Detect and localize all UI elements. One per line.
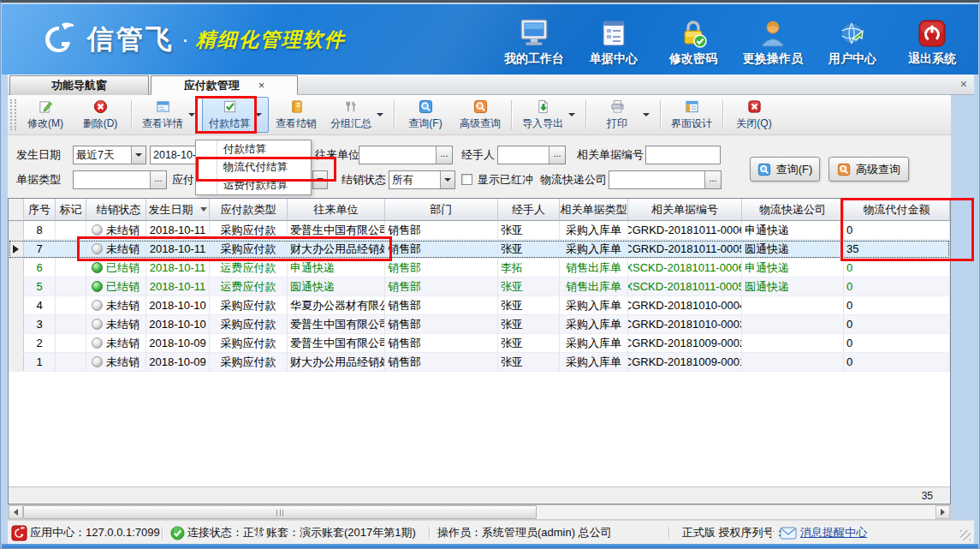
show-red-label: 显示已红冲 bbox=[478, 170, 533, 189]
lookup-ellipsis-button[interactable]: ... bbox=[549, 146, 565, 164]
column-header[interactable]: 相关单据编号 bbox=[628, 199, 742, 221]
column-header[interactable]: 应付款类型 bbox=[210, 199, 288, 221]
settle-status-select[interactable]: 所有 bbox=[389, 170, 455, 189]
row-selector-cell[interactable] bbox=[9, 296, 24, 314]
panel-close-icon[interactable]: × bbox=[960, 77, 967, 91]
scrollbar-thumb[interactable] bbox=[23, 505, 537, 519]
current-row-arrow-icon bbox=[13, 245, 19, 254]
chevron-down-icon[interactable] bbox=[131, 146, 146, 164]
table-row[interactable]: 3 未结销 2018-10-10 采购应付款 爱普生中国有限公司 销售部 张亚 … bbox=[9, 315, 950, 334]
toolbar-print-button[interactable]: 打印 bbox=[591, 97, 656, 133]
license-status: 正式版 授权序列号： bbox=[682, 521, 786, 545]
column-header-sorted[interactable]: 发生日期 bbox=[146, 199, 210, 221]
lookup-ellipsis-button[interactable]: ... bbox=[704, 171, 721, 188]
column-header[interactable]: 部门 bbox=[385, 199, 498, 221]
toolbar-group-summary-button[interactable]: 分组汇总 bbox=[324, 97, 389, 133]
tab-close-icon[interactable]: × bbox=[258, 79, 265, 92]
toolbar-delete-button[interactable]: 删除(D) bbox=[74, 97, 127, 133]
account-set-status: 账套：演示账套(2017年第1期) bbox=[266, 521, 416, 545]
toolbar-grip[interactable] bbox=[10, 99, 16, 130]
row-selector-cell[interactable] bbox=[9, 221, 24, 239]
logistics-input[interactable]: ... bbox=[609, 170, 722, 189]
settle-status-icon bbox=[92, 224, 103, 236]
delete-icon bbox=[93, 98, 108, 115]
row-selector-cell[interactable] bbox=[9, 315, 24, 333]
header-item-user-center[interactable]: 用户中心 bbox=[818, 15, 887, 67]
column-header[interactable]: 相关单据类型 bbox=[560, 199, 628, 221]
row-selector-cell[interactable] bbox=[9, 259, 24, 277]
toolbar-view-settle-button[interactable]: 查看结销 bbox=[270, 97, 323, 133]
header-item-change-password[interactable]: 修改密码 bbox=[659, 15, 728, 67]
toolbar-edit-button[interactable]: 修改(M) bbox=[19, 97, 72, 133]
toolbar-view-details-button[interactable]: 查看详情 bbox=[136, 97, 201, 133]
doc-type-input[interactable]: ... bbox=[73, 170, 167, 189]
lookup-ellipsis-button[interactable]: ... bbox=[150, 171, 166, 188]
query-button[interactable]: 查询(F) bbox=[750, 157, 820, 182]
settle-status-icon bbox=[92, 337, 103, 349]
table-cell: 采购应付款 bbox=[210, 334, 288, 352]
app-logo-small-icon bbox=[11, 521, 27, 545]
toolbar-ui-design-button[interactable]: 界面设计 bbox=[665, 97, 718, 133]
table-row[interactable]: 5 已结销 2018-10-11 运费应付款 圆通快递 销售部 张亚 销售出库单… bbox=[9, 277, 950, 296]
column-header[interactable]: 物流快递公司 bbox=[742, 199, 844, 221]
adv-query-button[interactable]: 高级查询 bbox=[829, 157, 909, 182]
header-item-doc-center[interactable]: 单据中心 bbox=[579, 15, 648, 67]
table-row[interactable]: 7 未结销 2018-10-11 采购应付款 财大办公用品经销处 销售部 张亚 … bbox=[9, 240, 950, 259]
header-item-exit[interactable]: 退出系统 bbox=[898, 15, 966, 67]
column-header[interactable]: 往来单位 bbox=[288, 199, 385, 221]
scroll-left-button[interactable] bbox=[9, 505, 23, 519]
table-row[interactable]: 2 未结销 2018-10-09 采购应付款 爱普生中国有限公司 销售部 张亚 … bbox=[9, 334, 950, 353]
date-range-select[interactable]: 最近7天 bbox=[73, 146, 146, 164]
partner-input[interactable]: ... bbox=[359, 146, 453, 164]
horizontal-scrollbar[interactable] bbox=[8, 504, 951, 520]
row-selector-cell[interactable] bbox=[9, 334, 24, 352]
column-header[interactable]: 标记 bbox=[56, 199, 86, 221]
related-no-label: 相关单据编号 bbox=[577, 146, 644, 164]
header-item-switch-operator[interactable]: 更换操作员 bbox=[739, 15, 807, 67]
chevron-down-icon[interactable] bbox=[440, 171, 454, 188]
toolbar-close-button[interactable]: 关闭(Q) bbox=[728, 97, 781, 133]
chevron-down-icon[interactable] bbox=[643, 113, 650, 116]
chevron-down-icon[interactable] bbox=[255, 113, 262, 116]
toolbar-query-button[interactable]: 查询(F) bbox=[399, 97, 452, 133]
chevron-down-icon[interactable] bbox=[188, 113, 195, 116]
doc-type-label: 单据类型 bbox=[16, 170, 61, 189]
payables-table: 序号 标记 结销状态 发生日期 应付款类型 往来单位 部门 经手人 相关单据类型… bbox=[8, 198, 951, 504]
related-no-input[interactable] bbox=[645, 146, 721, 164]
header-item-workbench[interactable]: 我的工作台 bbox=[500, 15, 568, 67]
table-cell: 已结销 bbox=[86, 277, 146, 295]
row-selector-cell[interactable] bbox=[9, 240, 24, 258]
tab-payables[interactable]: 应付款管理 × bbox=[151, 75, 298, 95]
table-row[interactable]: 4 未结销 2018-10-10 采购应付款 华夏办公器材有限公司 销售部 张亚… bbox=[9, 296, 950, 315]
toolbar-payment-settle-button[interactable]: 付款结算 bbox=[202, 97, 269, 133]
toolbar-import-export-button[interactable]: 导入导出 bbox=[516, 97, 581, 133]
toolbar-adv-query-button[interactable]: 高级查询 bbox=[454, 97, 507, 133]
chevron-down-icon[interactable] bbox=[568, 113, 575, 116]
column-header[interactable]: 结销状态 bbox=[86, 199, 146, 221]
menu-item-logistics-settle[interactable]: 物流代付结算 bbox=[196, 158, 311, 176]
settle-status-label: 结销状态 bbox=[342, 170, 386, 189]
handler-input[interactable]: ... bbox=[497, 146, 566, 164]
resize-grip-icon[interactable] bbox=[960, 530, 971, 540]
tab-function-nav[interactable]: 功能导航窗 bbox=[9, 75, 149, 95]
chevron-down-icon[interactable] bbox=[377, 113, 383, 116]
payable-type-dropdown-button[interactable] bbox=[312, 170, 328, 189]
menu-item-freight-settle[interactable]: 运费付款结算 bbox=[196, 176, 311, 194]
show-red-checkbox[interactable] bbox=[461, 174, 472, 185]
menu-item-payment-settle[interactable]: 付款结算 bbox=[196, 140, 311, 158]
column-header[interactable]: 序号 bbox=[24, 199, 56, 221]
column-header[interactable]: 物流代付金额 bbox=[844, 199, 950, 221]
lookup-ellipsis-button[interactable]: ... bbox=[436, 146, 452, 164]
table-row[interactable]: 6 已结销 2018-10-11 运费应付款 申通快递 销售部 李拓 销售出库单… bbox=[9, 259, 950, 277]
toolbar-separator bbox=[585, 100, 586, 129]
scroll-right-button[interactable] bbox=[935, 505, 950, 519]
sort-desc-icon bbox=[200, 207, 207, 212]
settle-check-icon bbox=[223, 98, 237, 115]
table-row[interactable]: 1 未结销 2018-10-09 采购应付款 财大办公用品经销处 销售部 张亚 … bbox=[9, 353, 950, 372]
table-row[interactable]: 8 未结销 2018-10-11 采购应付款 爱普生中国有限公司 销售部 张亚 … bbox=[9, 221, 950, 240]
column-header[interactable]: 经手人 bbox=[498, 199, 560, 221]
message-center-link[interactable]: 消息提醒中心 bbox=[800, 521, 867, 545]
tab-label: 功能导航窗 bbox=[51, 78, 107, 93]
row-selector-cell[interactable] bbox=[9, 277, 24, 295]
row-selector-cell[interactable] bbox=[9, 353, 24, 371]
